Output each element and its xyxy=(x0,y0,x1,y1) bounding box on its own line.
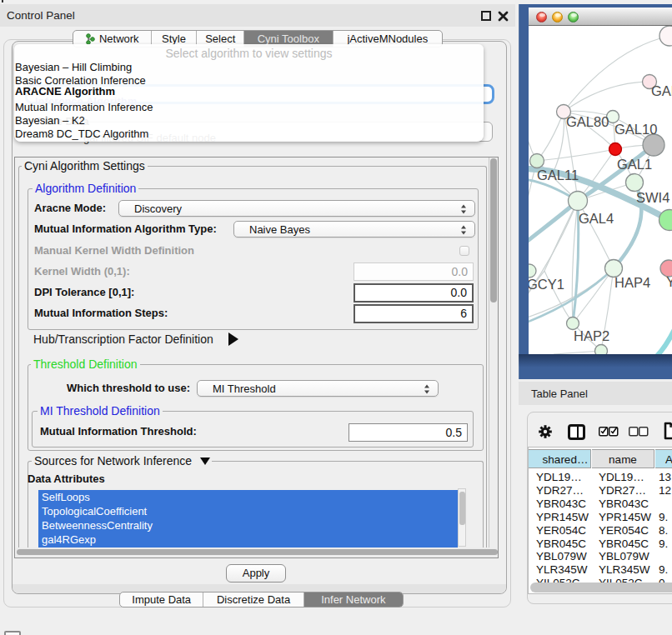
svg-text:GAL1: GAL1 xyxy=(617,157,652,172)
svg-text:HAP4: HAP4 xyxy=(614,275,650,290)
svg-text:GAL10: GAL10 xyxy=(614,122,657,137)
svg-text:GCY1: GCY1 xyxy=(529,277,564,292)
svg-text:SWI4: SWI4 xyxy=(636,190,669,205)
svg-text:Y: Y xyxy=(666,274,672,289)
svg-text:GAL4: GAL4 xyxy=(579,211,614,226)
svg-text:GAL11: GAL11 xyxy=(537,168,579,182)
svg-text:GAL3: GAL3 xyxy=(651,83,672,98)
svg-text:HAP2: HAP2 xyxy=(574,328,609,343)
svg-text:GAL80: GAL80 xyxy=(566,114,609,129)
